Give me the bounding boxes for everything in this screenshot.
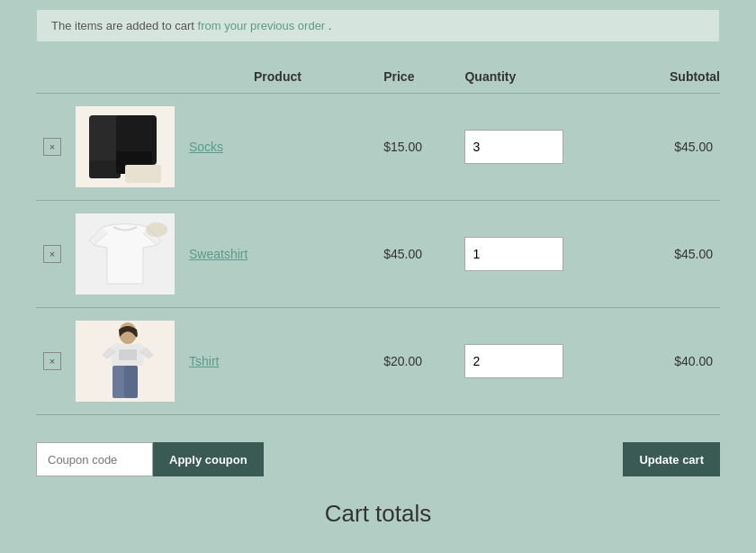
td-image-sweatshirt bbox=[68, 201, 182, 308]
th-image bbox=[68, 60, 182, 94]
quantity-input-tshirt[interactable] bbox=[464, 344, 563, 378]
td-price-tshirt: $20.00 bbox=[376, 308, 457, 415]
svg-rect-10 bbox=[119, 349, 137, 360]
td-subtotal-tshirt: $40.00 bbox=[632, 308, 720, 415]
cart-actions: Apply coupon Update cart bbox=[36, 433, 720, 485]
th-subtotal: Subtotal bbox=[632, 60, 720, 94]
product-link-socks[interactable]: Socks bbox=[189, 140, 223, 154]
td-subtotal-socks: $45.00 bbox=[632, 94, 720, 201]
cart-table: Product Price Quantity Subtotal × bbox=[36, 60, 720, 415]
notice-text-after: . bbox=[325, 19, 331, 32]
td-image-tshirt bbox=[68, 308, 182, 415]
td-price-sweatshirt: $45.00 bbox=[376, 201, 457, 308]
coupon-input[interactable] bbox=[36, 442, 153, 476]
svg-rect-11 bbox=[112, 366, 126, 398]
th-product: Product bbox=[182, 60, 376, 94]
socks-svg bbox=[76, 106, 175, 187]
tshirt-svg bbox=[76, 321, 175, 402]
th-remove bbox=[36, 60, 68, 94]
socks-image bbox=[76, 106, 175, 187]
svg-point-7 bbox=[146, 222, 167, 237]
quantity-input-socks[interactable] bbox=[464, 130, 563, 164]
remove-socks-button[interactable]: × bbox=[43, 138, 61, 156]
td-product-tshirt: Tshirt bbox=[182, 308, 376, 415]
table-row: × bbox=[36, 201, 720, 308]
svg-rect-12 bbox=[124, 366, 138, 398]
svg-rect-5 bbox=[125, 165, 161, 183]
td-quantity-sweatshirt bbox=[457, 201, 631, 308]
td-image-socks bbox=[68, 94, 182, 201]
td-remove-tshirt: × bbox=[36, 308, 68, 415]
coupon-area: Apply coupon bbox=[36, 442, 264, 476]
notice-link[interactable]: from your previous order bbox=[198, 19, 326, 32]
td-price-socks: $15.00 bbox=[376, 94, 457, 201]
td-quantity-socks bbox=[457, 94, 631, 201]
td-product-sweatshirt: Sweatshirt bbox=[182, 201, 376, 308]
tshirt-image bbox=[76, 321, 175, 402]
update-cart-button[interactable]: Update cart bbox=[623, 442, 720, 476]
td-quantity-tshirt bbox=[457, 308, 631, 415]
svg-rect-3 bbox=[89, 160, 121, 178]
notice-bar: The items are added to cart from your pr… bbox=[36, 9, 720, 42]
notice-text-before: The items are added to cart bbox=[51, 19, 198, 32]
sweatshirt-svg bbox=[76, 213, 175, 295]
product-link-sweatshirt[interactable]: Sweatshirt bbox=[189, 247, 248, 261]
table-row: × bbox=[36, 308, 720, 415]
apply-coupon-button[interactable]: Apply coupon bbox=[153, 442, 264, 476]
th-price: Price bbox=[376, 60, 457, 94]
td-remove-socks: × bbox=[36, 94, 68, 201]
product-link-tshirt[interactable]: Tshirt bbox=[189, 354, 219, 368]
quantity-input-sweatshirt[interactable] bbox=[464, 237, 563, 271]
td-remove-sweatshirt: × bbox=[36, 201, 68, 308]
td-product-socks: Socks bbox=[182, 94, 376, 201]
td-subtotal-sweatshirt: $45.00 bbox=[632, 201, 720, 308]
remove-sweatshirt-button[interactable]: × bbox=[43, 245, 61, 263]
sweatshirt-image bbox=[76, 213, 175, 295]
cart-totals-title: Cart totals bbox=[36, 500, 720, 528]
th-quantity: Quantity bbox=[457, 60, 631, 94]
table-row: × bbox=[36, 94, 720, 201]
remove-tshirt-button[interactable]: × bbox=[43, 352, 61, 370]
